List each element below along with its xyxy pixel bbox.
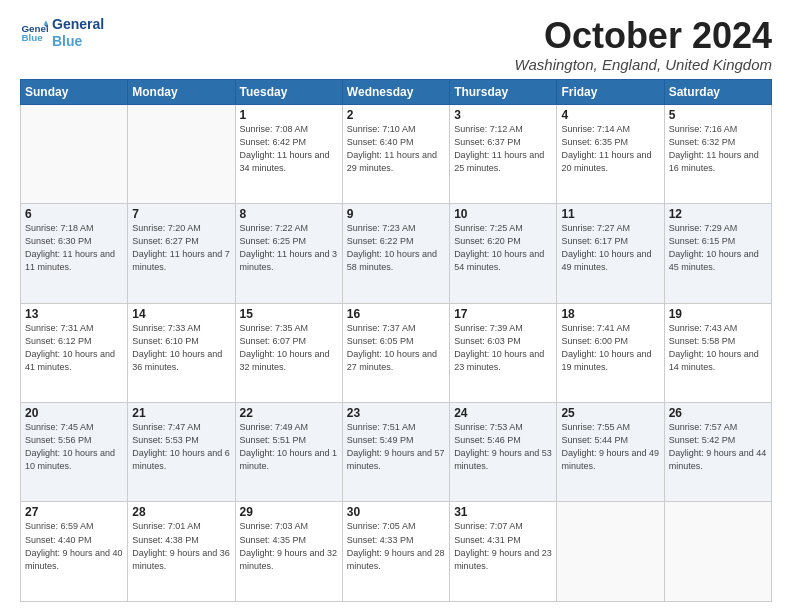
calendar-cell: 9Sunrise: 7:23 AMSunset: 6:22 PMDaylight… [342, 204, 449, 303]
title-block: October 2024 Washington, England, United… [515, 16, 772, 73]
calendar-row: 6Sunrise: 7:18 AMSunset: 6:30 PMDaylight… [21, 204, 772, 303]
calendar-cell: 27Sunrise: 6:59 AMSunset: 4:40 PMDayligh… [21, 502, 128, 602]
calendar-cell [664, 502, 771, 602]
day-info: Sunrise: 7:47 AMSunset: 5:53 PMDaylight:… [132, 421, 230, 473]
day-number: 18 [561, 307, 659, 321]
calendar-cell: 31Sunrise: 7:07 AMSunset: 4:31 PMDayligh… [450, 502, 557, 602]
day-number: 17 [454, 307, 552, 321]
day-info: Sunrise: 7:05 AMSunset: 4:33 PMDaylight:… [347, 520, 445, 572]
day-number: 28 [132, 505, 230, 519]
day-info: Sunrise: 7:45 AMSunset: 5:56 PMDaylight:… [25, 421, 123, 473]
day-number: 12 [669, 207, 767, 221]
day-info: Sunrise: 7:08 AMSunset: 6:42 PMDaylight:… [240, 123, 338, 175]
calendar-cell: 2Sunrise: 7:10 AMSunset: 6:40 PMDaylight… [342, 104, 449, 203]
weekday-header: Monday [128, 79, 235, 104]
day-number: 6 [25, 207, 123, 221]
calendar-cell: 28Sunrise: 7:01 AMSunset: 4:38 PMDayligh… [128, 502, 235, 602]
day-number: 5 [669, 108, 767, 122]
calendar-cell: 3Sunrise: 7:12 AMSunset: 6:37 PMDaylight… [450, 104, 557, 203]
calendar-cell: 11Sunrise: 7:27 AMSunset: 6:17 PMDayligh… [557, 204, 664, 303]
calendar-cell: 26Sunrise: 7:57 AMSunset: 5:42 PMDayligh… [664, 403, 771, 502]
weekday-header: Friday [557, 79, 664, 104]
logo-icon: General Blue [20, 19, 48, 47]
day-info: Sunrise: 7:41 AMSunset: 6:00 PMDaylight:… [561, 322, 659, 374]
calendar-cell: 13Sunrise: 7:31 AMSunset: 6:12 PMDayligh… [21, 303, 128, 402]
day-info: Sunrise: 7:51 AMSunset: 5:49 PMDaylight:… [347, 421, 445, 473]
day-info: Sunrise: 7:14 AMSunset: 6:35 PMDaylight:… [561, 123, 659, 175]
calendar-table: SundayMondayTuesdayWednesdayThursdayFrid… [20, 79, 772, 602]
calendar-cell: 21Sunrise: 7:47 AMSunset: 5:53 PMDayligh… [128, 403, 235, 502]
day-info: Sunrise: 6:59 AMSunset: 4:40 PMDaylight:… [25, 520, 123, 572]
calendar-cell: 1Sunrise: 7:08 AMSunset: 6:42 PMDaylight… [235, 104, 342, 203]
calendar-row: 27Sunrise: 6:59 AMSunset: 4:40 PMDayligh… [21, 502, 772, 602]
day-info: Sunrise: 7:16 AMSunset: 6:32 PMDaylight:… [669, 123, 767, 175]
logo-general: General [52, 16, 104, 33]
day-number: 8 [240, 207, 338, 221]
day-info: Sunrise: 7:31 AMSunset: 6:12 PMDaylight:… [25, 322, 123, 374]
day-number: 31 [454, 505, 552, 519]
day-info: Sunrise: 7:01 AMSunset: 4:38 PMDaylight:… [132, 520, 230, 572]
calendar-cell: 6Sunrise: 7:18 AMSunset: 6:30 PMDaylight… [21, 204, 128, 303]
day-number: 19 [669, 307, 767, 321]
day-info: Sunrise: 7:03 AMSunset: 4:35 PMDaylight:… [240, 520, 338, 572]
calendar-cell: 19Sunrise: 7:43 AMSunset: 5:58 PMDayligh… [664, 303, 771, 402]
day-number: 29 [240, 505, 338, 519]
calendar-header-row: SundayMondayTuesdayWednesdayThursdayFrid… [21, 79, 772, 104]
calendar-cell: 22Sunrise: 7:49 AMSunset: 5:51 PMDayligh… [235, 403, 342, 502]
calendar-cell: 10Sunrise: 7:25 AMSunset: 6:20 PMDayligh… [450, 204, 557, 303]
day-info: Sunrise: 7:39 AMSunset: 6:03 PMDaylight:… [454, 322, 552, 374]
header: General Blue General Blue October 2024 W… [20, 16, 772, 73]
day-info: Sunrise: 7:43 AMSunset: 5:58 PMDaylight:… [669, 322, 767, 374]
day-info: Sunrise: 7:29 AMSunset: 6:15 PMDaylight:… [669, 222, 767, 274]
day-number: 1 [240, 108, 338, 122]
day-number: 23 [347, 406, 445, 420]
calendar-cell: 25Sunrise: 7:55 AMSunset: 5:44 PMDayligh… [557, 403, 664, 502]
day-number: 2 [347, 108, 445, 122]
calendar-cell: 29Sunrise: 7:03 AMSunset: 4:35 PMDayligh… [235, 502, 342, 602]
day-number: 15 [240, 307, 338, 321]
calendar-cell: 4Sunrise: 7:14 AMSunset: 6:35 PMDaylight… [557, 104, 664, 203]
calendar-cell [21, 104, 128, 203]
calendar-cell: 15Sunrise: 7:35 AMSunset: 6:07 PMDayligh… [235, 303, 342, 402]
day-number: 7 [132, 207, 230, 221]
calendar-cell: 23Sunrise: 7:51 AMSunset: 5:49 PMDayligh… [342, 403, 449, 502]
location: Washington, England, United Kingdom [515, 56, 772, 73]
day-number: 11 [561, 207, 659, 221]
calendar-cell: 24Sunrise: 7:53 AMSunset: 5:46 PMDayligh… [450, 403, 557, 502]
weekday-header: Thursday [450, 79, 557, 104]
day-info: Sunrise: 7:27 AMSunset: 6:17 PMDaylight:… [561, 222, 659, 274]
day-number: 25 [561, 406, 659, 420]
calendar-cell: 16Sunrise: 7:37 AMSunset: 6:05 PMDayligh… [342, 303, 449, 402]
day-number: 22 [240, 406, 338, 420]
day-info: Sunrise: 7:49 AMSunset: 5:51 PMDaylight:… [240, 421, 338, 473]
day-info: Sunrise: 7:07 AMSunset: 4:31 PMDaylight:… [454, 520, 552, 572]
day-number: 10 [454, 207, 552, 221]
calendar-cell: 20Sunrise: 7:45 AMSunset: 5:56 PMDayligh… [21, 403, 128, 502]
calendar-cell: 5Sunrise: 7:16 AMSunset: 6:32 PMDaylight… [664, 104, 771, 203]
calendar-row: 13Sunrise: 7:31 AMSunset: 6:12 PMDayligh… [21, 303, 772, 402]
calendar-cell: 8Sunrise: 7:22 AMSunset: 6:25 PMDaylight… [235, 204, 342, 303]
day-info: Sunrise: 7:37 AMSunset: 6:05 PMDaylight:… [347, 322, 445, 374]
day-info: Sunrise: 7:25 AMSunset: 6:20 PMDaylight:… [454, 222, 552, 274]
calendar-cell: 18Sunrise: 7:41 AMSunset: 6:00 PMDayligh… [557, 303, 664, 402]
day-number: 24 [454, 406, 552, 420]
calendar-cell: 30Sunrise: 7:05 AMSunset: 4:33 PMDayligh… [342, 502, 449, 602]
calendar-row: 1Sunrise: 7:08 AMSunset: 6:42 PMDaylight… [21, 104, 772, 203]
day-info: Sunrise: 7:10 AMSunset: 6:40 PMDaylight:… [347, 123, 445, 175]
day-info: Sunrise: 7:35 AMSunset: 6:07 PMDaylight:… [240, 322, 338, 374]
calendar-cell: 14Sunrise: 7:33 AMSunset: 6:10 PMDayligh… [128, 303, 235, 402]
logo-blue: Blue [52, 33, 104, 50]
day-number: 9 [347, 207, 445, 221]
calendar-cell [557, 502, 664, 602]
day-info: Sunrise: 7:20 AMSunset: 6:27 PMDaylight:… [132, 222, 230, 274]
day-number: 4 [561, 108, 659, 122]
weekday-header: Saturday [664, 79, 771, 104]
calendar-row: 20Sunrise: 7:45 AMSunset: 5:56 PMDayligh… [21, 403, 772, 502]
day-info: Sunrise: 7:33 AMSunset: 6:10 PMDaylight:… [132, 322, 230, 374]
weekday-header: Wednesday [342, 79, 449, 104]
day-number: 16 [347, 307, 445, 321]
logo: General Blue General Blue [20, 16, 104, 50]
day-number: 14 [132, 307, 230, 321]
day-number: 13 [25, 307, 123, 321]
month-title: October 2024 [515, 16, 772, 56]
